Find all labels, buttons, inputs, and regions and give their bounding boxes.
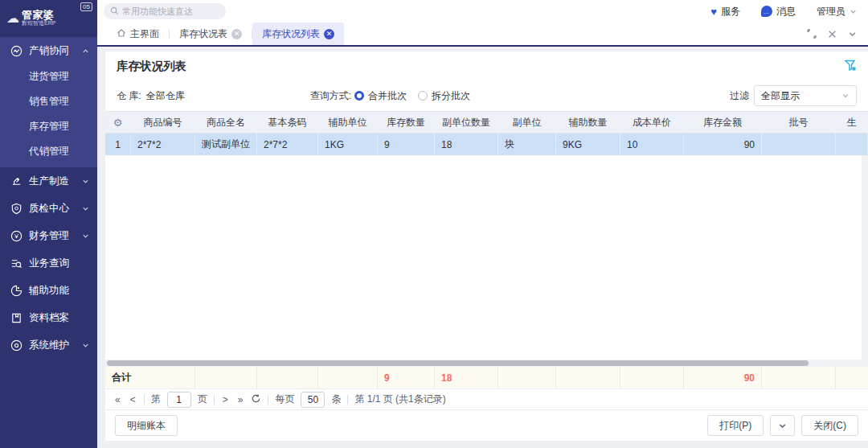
page-number-input[interactable]: [167, 392, 191, 408]
column-header[interactable]: 生: [836, 112, 868, 133]
radio-merge-batches[interactable]: 合并批次: [354, 89, 407, 103]
pagination-summary: 第 1/1 页 (共1条记录): [354, 393, 445, 406]
maximize-icon[interactable]: [807, 29, 817, 39]
tab-stock-status-report[interactable]: 库存状况表 ✕: [170, 23, 252, 45]
last-page-button[interactable]: »: [236, 394, 245, 405]
chevron-down-icon: [82, 232, 89, 240]
total-sub-unit-qty: 18: [435, 367, 498, 388]
shield-icon: [10, 202, 23, 215]
close-all-icon[interactable]: [828, 30, 837, 39]
refresh-icon[interactable]: [251, 393, 261, 406]
user-name: 管理员: [817, 5, 845, 18]
print-options-button[interactable]: [770, 415, 795, 436]
tab-label: 库存状况表: [179, 27, 227, 41]
sidebar-item-system-maintenance[interactable]: 系统维护: [0, 331, 97, 359]
total-cell: [195, 367, 257, 388]
close-button[interactable]: 关闭(C): [801, 415, 858, 436]
total-cell: [556, 367, 620, 388]
per-page-unit: 条: [331, 393, 341, 406]
app-window: ☁ 管家婆 辉煌智造ERP 05 产销协同 进货管理 销售管理 库存管理 代销管: [0, 0, 868, 448]
panel-header: 库存状况列表: [105, 51, 868, 80]
filter-funnel-icon[interactable]: [844, 59, 857, 74]
message-menu[interactable]: … 消息: [761, 5, 796, 18]
next-page-button[interactable]: >: [221, 394, 230, 405]
pagination-bar: « < 第 页 > » 每页 条 第: [105, 389, 868, 410]
column-header[interactable]: 辅助数量: [556, 112, 620, 133]
table-empty-space: [105, 155, 868, 360]
column-header[interactable]: 商品编号: [131, 112, 195, 133]
column-header[interactable]: 批号: [762, 112, 836, 133]
sidebar-item-label: 质检中心: [29, 202, 82, 216]
vertical-scrollbar[interactable]: [862, 155, 868, 360]
page-label-pre: 第: [151, 393, 161, 406]
column-header[interactable]: 库存数量: [378, 112, 435, 133]
warehouse-value[interactable]: 全部仓库: [146, 89, 185, 103]
column-header[interactable]: 基本条码: [257, 112, 318, 133]
search-list-icon: [10, 257, 23, 269]
total-cell: [620, 367, 684, 388]
horizontal-scrollbar[interactable]: [105, 360, 868, 367]
cell-production: [836, 134, 868, 155]
stock-table: ⚙ 商品编号 商品全名 基本条码 辅助单位 库存数量 副单位数量 副单位 辅助数…: [105, 111, 868, 155]
archive-folder-icon: [10, 311, 23, 324]
column-header[interactable]: 副单位数量: [435, 112, 498, 133]
close-icon[interactable]: ✕: [231, 29, 242, 39]
coin-icon: [10, 229, 23, 242]
per-page-input[interactable]: [301, 392, 325, 408]
sidebar-subitem-sales-management[interactable]: 销售管理: [0, 89, 97, 114]
filter-label: 过滤: [730, 89, 749, 103]
tab-label: 库存状况列表: [262, 27, 320, 41]
detail-ledger-button[interactable]: 明细账本: [115, 415, 178, 436]
column-header[interactable]: 库存金额: [684, 112, 762, 133]
cell-barcode: 2*7*2: [257, 134, 318, 155]
sidebar-item-label: 财务管理: [29, 229, 82, 243]
cell-stock-qty: 9: [378, 134, 435, 155]
sidebar-subitem-purchase-management[interactable]: 进货管理: [0, 64, 97, 89]
total-cell: [257, 367, 318, 388]
sidebar-menu: 产销协同 进货管理 销售管理 库存管理 代销管理 生产制造 质检中心: [0, 35, 97, 448]
sidebar-item-label: 资料档案: [29, 311, 89, 325]
sidebar-subitem-consignment-management[interactable]: 代销管理: [0, 139, 97, 164]
close-icon[interactable]: ✕: [324, 29, 334, 39]
scrollbar-thumb[interactable]: [107, 360, 809, 366]
divider: [144, 395, 145, 405]
sidebar-item-auxiliary-functions[interactable]: 辅助功能: [0, 277, 97, 304]
sidebar-item-data-archives[interactable]: 资料档案: [0, 304, 97, 331]
cell-sub-unit-qty: 18: [435, 134, 498, 155]
chevron-down-icon[interactable]: [848, 30, 857, 39]
sidebar-item-finance-management[interactable]: 财务管理: [0, 222, 97, 249]
sidebar-item-quality-center[interactable]: 质检中心: [0, 195, 97, 222]
sidebar-subitem-inventory-management[interactable]: 库存管理: [0, 114, 97, 139]
user-menu[interactable]: 管理员: [817, 5, 857, 18]
chevron-down-icon: [841, 92, 850, 100]
column-header[interactable]: 副单位: [498, 112, 556, 133]
logo-brand: 管家婆: [22, 10, 55, 21]
tab-home[interactable]: 主界面: [107, 23, 169, 45]
column-header[interactable]: 辅助单位: [318, 112, 378, 133]
column-settings-gear[interactable]: ⚙: [105, 112, 131, 133]
print-button[interactable]: 打印(P): [707, 415, 764, 436]
main-area: ♥ 服务 … 消息 管理员 主界面: [97, 0, 868, 448]
search-input[interactable]: [122, 6, 219, 16]
filter-select[interactable]: 全部显示: [754, 85, 857, 106]
sidebar-item-label: 生产制造: [29, 175, 82, 188]
logo-subtitle: 辉煌智造ERP: [22, 20, 55, 26]
cell-batch-no: [762, 134, 836, 155]
total-stock-amount: 90: [684, 367, 762, 388]
column-header[interactable]: 成本单价: [620, 112, 684, 133]
tab-stock-status-list[interactable]: 库存状况列表 ✕: [252, 23, 344, 45]
cloud-logo-icon: ☁: [6, 10, 19, 26]
cell-aux-qty: 9KG: [556, 134, 620, 155]
sidebar-item-production-sales-collab[interactable]: 产销协同: [0, 37, 97, 64]
sidebar-item-manufacturing[interactable]: 生产制造: [0, 167, 97, 195]
first-page-button[interactable]: «: [113, 394, 122, 405]
quick-search[interactable]: [104, 3, 226, 19]
trend-circle-icon: [10, 44, 23, 57]
column-header[interactable]: 商品全名: [195, 112, 257, 133]
radio-split-batches[interactable]: 拆分批次: [418, 89, 470, 103]
table-row-selected[interactable]: 1 2*7*2 测试副单位 2*7*2 1KG 9 18 块 9KG 10 90: [105, 134, 868, 155]
prev-page-button[interactable]: <: [129, 394, 137, 405]
chevron-down-icon: [82, 342, 89, 349]
service-menu[interactable]: ♥ 服务: [710, 5, 740, 18]
sidebar-item-business-query[interactable]: 业务查询: [0, 249, 97, 277]
